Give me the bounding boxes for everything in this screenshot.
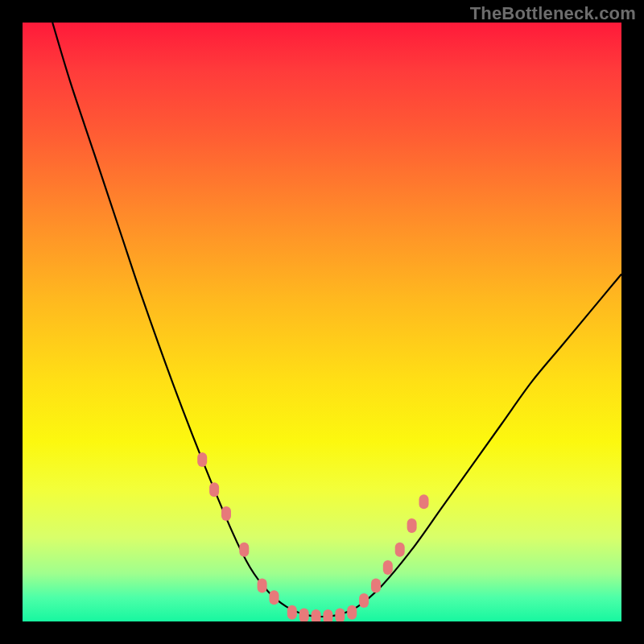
data-point <box>419 494 429 509</box>
chart-svg <box>23 23 621 621</box>
data-point <box>299 609 309 621</box>
data-point <box>359 593 369 608</box>
data-point <box>312 609 321 621</box>
data-point <box>270 590 279 605</box>
data-point <box>371 578 381 592</box>
data-point <box>287 605 297 620</box>
data-point <box>197 452 207 467</box>
data-point <box>395 543 405 557</box>
data-point <box>209 482 219 497</box>
data-point <box>335 609 345 621</box>
data-point <box>383 560 393 575</box>
data-point <box>347 605 357 620</box>
curve-path <box>52 23 621 617</box>
bottleneck-curve-line <box>52 23 621 617</box>
data-point <box>407 518 417 533</box>
data-point <box>221 506 231 521</box>
data-point <box>239 543 249 557</box>
data-point-markers <box>197 452 428 621</box>
data-point <box>258 578 267 592</box>
chart-container: TheBottleneck.com <box>0 0 644 644</box>
plot-area <box>23 23 621 621</box>
data-point <box>323 609 332 621</box>
watermark-text: TheBottleneck.com <box>470 3 636 24</box>
